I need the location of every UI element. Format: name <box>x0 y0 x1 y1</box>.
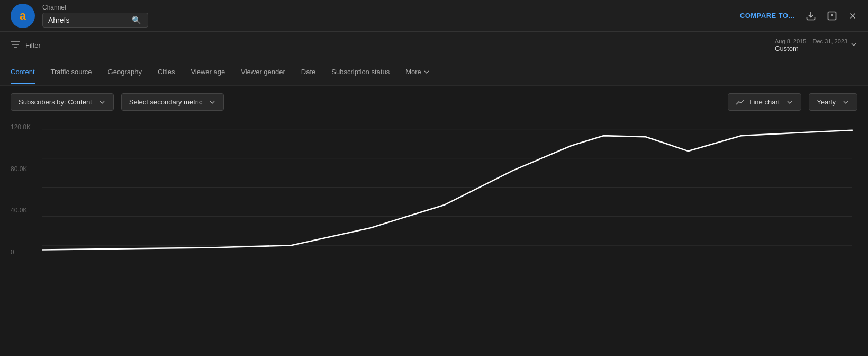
tab-cities[interactable]: Cities <box>158 60 175 84</box>
y-label-0: 0 <box>11 248 31 256</box>
top-bar-right: COMPARE TO... <box>740 11 857 21</box>
date-range-label: Aug 8, 2015 – Dec 31, 2023 <box>775 38 847 44</box>
secondary-metric-dropdown[interactable]: Select secondary metric <box>121 93 224 111</box>
chart-area: 120.0K 80.0K 40.0K 0 <box>0 118 868 272</box>
date-range-info: Aug 8, 2015 – Dec 31, 2023 Custom <box>775 38 847 52</box>
download-icon <box>806 11 816 21</box>
chevron-down-icon <box>850 41 857 50</box>
time-range-dropdown[interactable]: Yearly <box>809 93 857 111</box>
y-label-80k: 80.0K <box>11 165 31 173</box>
tab-subscription-status[interactable]: Subscription status <box>331 60 390 84</box>
channel-info: Channel 🔍 <box>42 4 148 28</box>
controls-left: Subscribers by: Content Select secondary… <box>11 93 224 111</box>
more-chevron-icon <box>423 69 430 75</box>
channel-input-wrap[interactable]: 🔍 <box>42 13 148 28</box>
tab-geography[interactable]: Geography <box>108 60 142 84</box>
close-icon <box>848 11 857 21</box>
close-button[interactable] <box>848 11 857 21</box>
chart-svg <box>11 118 857 272</box>
y-label-120k: 120.0K <box>11 123 31 131</box>
download-button[interactable] <box>806 11 816 21</box>
tab-more[interactable]: More <box>405 60 430 84</box>
primary-metric-caret-icon <box>98 99 106 106</box>
tab-traffic-source[interactable]: Traffic source <box>51 60 92 84</box>
tab-viewer-age[interactable]: Viewer age <box>191 60 225 84</box>
channel-input[interactable] <box>48 16 128 24</box>
primary-metric-dropdown[interactable]: Subscribers by: Content <box>11 93 114 111</box>
chart-type-dropdown[interactable]: Line chart <box>728 93 801 111</box>
filter-bar: Filter Aug 8, 2015 – Dec 31, 2023 Custom <box>0 32 868 59</box>
notifications-button[interactable] <box>827 11 837 21</box>
y-axis-labels: 120.0K 80.0K 40.0K 0 <box>11 123 31 256</box>
compare-to-button[interactable]: COMPARE TO... <box>740 12 795 20</box>
ahrefs-logo: a <box>11 4 35 28</box>
date-range-dropdown[interactable]: Aug 8, 2015 – Dec 31, 2023 Custom <box>775 38 857 52</box>
filter-lines-icon <box>11 41 20 48</box>
secondary-metric-caret-icon <box>209 99 216 106</box>
line-chart-icon <box>736 99 745 106</box>
controls-bar: Subscribers by: Content Select secondary… <box>0 86 868 118</box>
chart-type-caret-icon <box>786 99 793 106</box>
filter-icon <box>11 41 20 50</box>
top-bar: a Channel 🔍 COMPARE TO... <box>0 0 868 32</box>
top-bar-left: a Channel 🔍 <box>11 4 148 28</box>
tab-date[interactable]: Date <box>301 60 315 84</box>
tab-viewer-gender[interactable]: Viewer gender <box>241 60 285 84</box>
filter-left[interactable]: Filter <box>11 41 41 50</box>
search-icon: 🔍 <box>132 16 141 24</box>
y-label-40k: 40.0K <box>11 207 31 214</box>
tab-content[interactable]: Content <box>11 60 35 84</box>
channel-label: Channel <box>42 4 148 11</box>
filter-label: Filter <box>25 41 41 49</box>
notifications-icon <box>827 11 837 21</box>
time-range-caret-icon <box>842 99 849 106</box>
date-range-value: Custom <box>775 44 847 52</box>
tabs-nav: Content Traffic source Geography Cities … <box>0 59 868 86</box>
chart-line <box>42 130 852 250</box>
controls-right: Line chart Yearly <box>728 93 857 111</box>
